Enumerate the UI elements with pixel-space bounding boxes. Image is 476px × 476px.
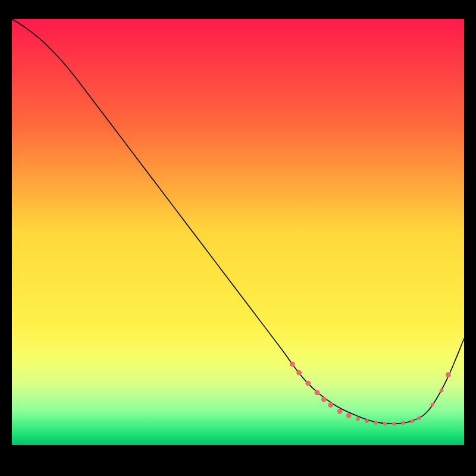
marker-dot [417, 416, 421, 420]
marker-dot [374, 421, 378, 425]
marker-dot [365, 419, 368, 423]
marker-dot [305, 381, 311, 386]
plot-frame [12, 6, 464, 458]
marker-dot [315, 390, 320, 396]
marker-dot [296, 370, 302, 375]
marker-dot [446, 372, 451, 377]
marker-dot [392, 422, 396, 425]
chart-svg [12, 6, 464, 458]
marker-dot [321, 397, 327, 402]
marker-dot [346, 413, 352, 418]
marker-dot [431, 403, 434, 406]
marker-dot [356, 417, 359, 421]
marker-dot [290, 362, 295, 367]
chart-stage: TheBottleneck.com [0, 0, 476, 476]
marker-dot [383, 422, 387, 425]
marker-dot [337, 409, 343, 414]
marker-dot [328, 402, 333, 408]
marker-dot [440, 389, 443, 392]
marker-dot [401, 421, 405, 425]
marker-dot [410, 419, 414, 423]
